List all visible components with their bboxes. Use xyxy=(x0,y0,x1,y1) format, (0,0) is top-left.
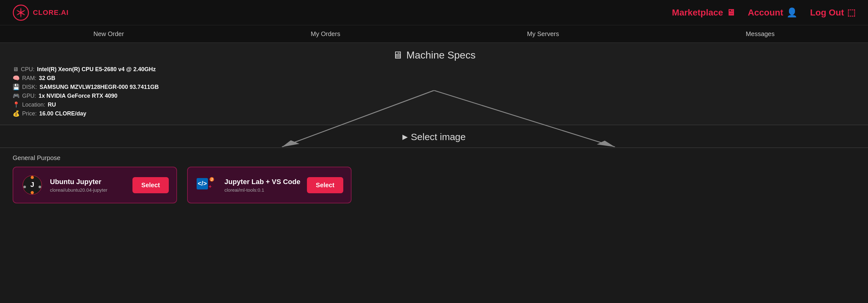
images-section: General Purpose xyxy=(0,148,868,216)
logout-icon: ⬚ xyxy=(847,7,855,18)
ubuntu-jupyter-icon: J xyxy=(21,174,43,196)
image-card-jupyter-vscode: </> J + Jupyter Lab + VS Code cloreai/ml… xyxy=(187,167,351,203)
main-content: 🖥 Machine Specs 🖥 CPU: Intel(R) Xeon(R) … xyxy=(0,43,868,216)
logo-area: CLORE.AI xyxy=(13,4,69,21)
svg-point-9 xyxy=(23,186,26,188)
svg-point-1 xyxy=(20,11,22,14)
tab-my-servers[interactable]: My Servers xyxy=(514,25,571,42)
jupyter-vscode-name: Jupyter Lab + VS Code xyxy=(224,178,301,186)
account-label: Account xyxy=(748,8,783,18)
ubuntu-jupyter-info: Ubuntu Jupyter cloreai/ubuntu20.04-jupyt… xyxy=(50,178,126,192)
jupyter-vscode-icon: </> J + xyxy=(195,174,218,196)
logo-text: CLORE.AI xyxy=(33,8,69,17)
tab-new-order[interactable]: New Order xyxy=(81,25,136,42)
select-image-title: ▶ Select image xyxy=(13,131,855,142)
tab-my-orders[interactable]: My Orders xyxy=(298,25,353,42)
top-nav: New Order My Orders My Servers Messages xyxy=(0,25,868,43)
spec-location: 📍 Location: RU xyxy=(13,101,855,108)
image-cards: J Ubuntu Jupyter cloreai/ubuntu20.04-jup… xyxy=(13,167,855,203)
marketplace-icon: 🖥 xyxy=(726,7,735,18)
svg-text:</>: </> xyxy=(198,180,207,187)
tab-messages[interactable]: Messages xyxy=(733,25,787,42)
ubuntu-jupyter-tag: cloreai/ubuntu20.04-jupyter xyxy=(50,187,126,192)
server-icon: 🖥 xyxy=(393,49,403,61)
logout-button[interactable]: Log Out ⬚ xyxy=(810,7,855,18)
machine-specs-title: 🖥 Machine Specs xyxy=(13,49,855,61)
cursor-icon: ▶ xyxy=(402,133,408,141)
marketplace-button[interactable]: Marketplace 🖥 xyxy=(672,7,735,18)
svg-point-8 xyxy=(31,191,34,194)
svg-text:+: + xyxy=(209,184,212,189)
price-icon: 💰 xyxy=(13,110,20,117)
spec-ram: 🧠 RAM: 32 GB xyxy=(13,74,855,82)
gpu-icon: 🎮 xyxy=(13,92,20,99)
spec-price: 💰 Price: 16.00 CLORE/day xyxy=(13,110,855,117)
image-card-ubuntu-jupyter: J Ubuntu Jupyter cloreai/ubuntu20.04-jup… xyxy=(13,167,177,203)
spec-cpu: 🖥 CPU: Intel(R) Xeon(R) CPU E5-2680 v4 @… xyxy=(13,66,855,73)
marketplace-label: Marketplace xyxy=(672,8,723,18)
spec-disk: 💾 DISK: SAMSUNG MZVLW128HEGR-000 93.7411… xyxy=(13,84,855,90)
header: CLORE.AI Marketplace 🖥 Account 👤 Log Out… xyxy=(0,0,868,25)
jupyter-vscode-tag: cloreai/ml-tools:0.1 xyxy=(224,187,301,192)
jupyter-vscode-info: Jupyter Lab + VS Code cloreai/ml-tools:0… xyxy=(224,178,301,192)
svg-point-7 xyxy=(31,176,34,179)
svg-text:J: J xyxy=(30,181,34,188)
logout-label: Log Out xyxy=(810,8,844,18)
account-button[interactable]: Account 👤 xyxy=(748,7,798,18)
select-ubuntu-jupyter-button[interactable]: Select xyxy=(132,177,169,193)
account-icon: 👤 xyxy=(786,7,798,18)
logo-icon xyxy=(13,4,29,21)
spec-list: 🖥 CPU: Intel(R) Xeon(R) CPU E5-2680 v4 @… xyxy=(13,66,855,117)
spec-gpu: 🎮 GPU: 1x NVIDIA GeForce RTX 4090 xyxy=(13,92,855,99)
header-nav: Marketplace 🖥 Account 👤 Log Out ⬚ xyxy=(672,7,855,18)
arrows-container: ▶ Select image General Purpose xyxy=(0,125,868,216)
disk-icon: 💾 xyxy=(13,84,20,90)
select-jupyter-vscode-button[interactable]: Select xyxy=(307,177,343,193)
cpu-icon: 🖥 xyxy=(13,66,18,73)
svg-text:J: J xyxy=(211,178,213,181)
machine-specs-section: 🖥 Machine Specs 🖥 CPU: Intel(R) Xeon(R) … xyxy=(0,43,868,125)
ubuntu-jupyter-name: Ubuntu Jupyter xyxy=(50,178,126,186)
category-label: General Purpose xyxy=(13,154,855,162)
location-icon: 📍 xyxy=(13,101,20,108)
ram-icon: 🧠 xyxy=(13,74,20,82)
svg-point-10 xyxy=(38,186,41,188)
select-image-section: ▶ Select image xyxy=(0,125,868,148)
